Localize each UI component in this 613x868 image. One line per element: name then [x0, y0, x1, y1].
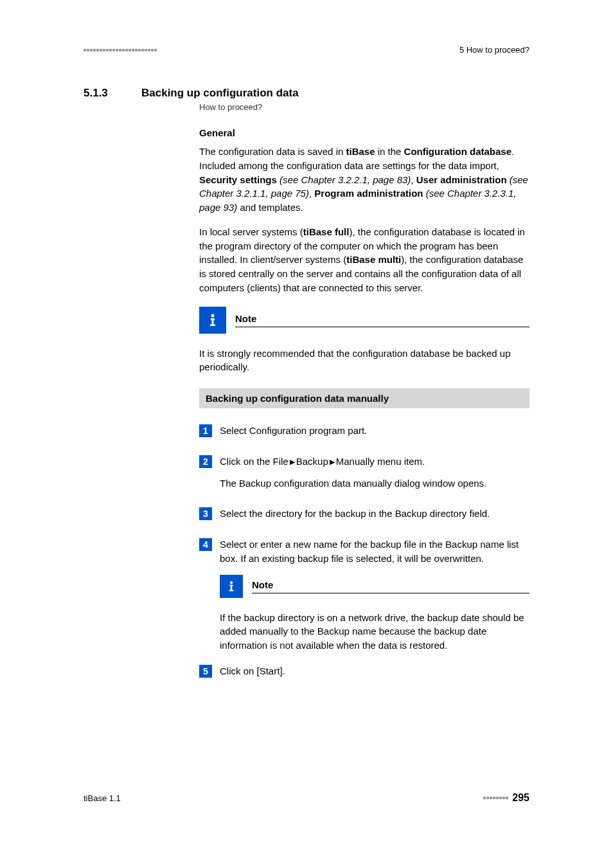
svg-rect-7 [229, 590, 234, 591]
step-number-4: 4 [199, 538, 212, 551]
step-number-2: 2 [199, 455, 212, 468]
decorative-squares-left [84, 49, 157, 51]
general-heading: General [199, 127, 529, 138]
general-paragraph-2: In local server systems (tiBase full), t… [199, 225, 529, 295]
note-block-1: Note It is strongly recommended that the… [199, 307, 529, 375]
section-heading: 5.1.3 Backing up configuration data [84, 87, 529, 100]
step-number-5: 5 [199, 665, 212, 678]
note-block-2: Note If the backup directory is on a net… [220, 575, 529, 653]
decorative-squares-right [483, 797, 508, 799]
svg-rect-2 [212, 318, 214, 325]
note-body-2: If the backup directory is on a network … [220, 611, 529, 653]
note-title: Note [252, 579, 529, 593]
step-2: 2 Click on the File▶Backup▶Manually menu… [199, 455, 529, 491]
info-icon [220, 575, 243, 598]
step-1: 1 Select Configuration program part. [199, 424, 529, 438]
manual-backup-heading: Backing up configuration data manually [199, 388, 529, 408]
page-footer: tiBase 1.1 295 [84, 792, 529, 804]
svg-rect-6 [231, 584, 233, 590]
step-4: 4 Select or enter a new name for the bac… [199, 538, 529, 566]
note-body-1: It is strongly recommended that the conf… [199, 347, 529, 375]
note-title: Note [235, 313, 529, 327]
breadcrumb: How to proceed? [199, 102, 529, 112]
info-icon [199, 307, 226, 334]
running-header: 5 How to proceed? [84, 45, 529, 55]
step-3: 3 Select the directory for the backup in… [199, 507, 529, 521]
svg-point-0 [211, 314, 215, 317]
step-number-3: 3 [199, 507, 212, 520]
step-5: 5 Click on [Start]. [199, 664, 529, 678]
footer-left: tiBase 1.1 [84, 793, 121, 803]
section-number: 5.1.3 [84, 87, 141, 100]
step-number-1: 1 [199, 424, 212, 437]
running-header-text: 5 How to proceed? [459, 45, 529, 55]
section-title: Backing up configuration data [141, 87, 299, 100]
svg-rect-3 [210, 324, 215, 326]
page-number: 295 [512, 792, 529, 804]
svg-point-4 [230, 581, 233, 584]
general-paragraph-1: The configuration data is saved in tiBas… [199, 145, 529, 215]
